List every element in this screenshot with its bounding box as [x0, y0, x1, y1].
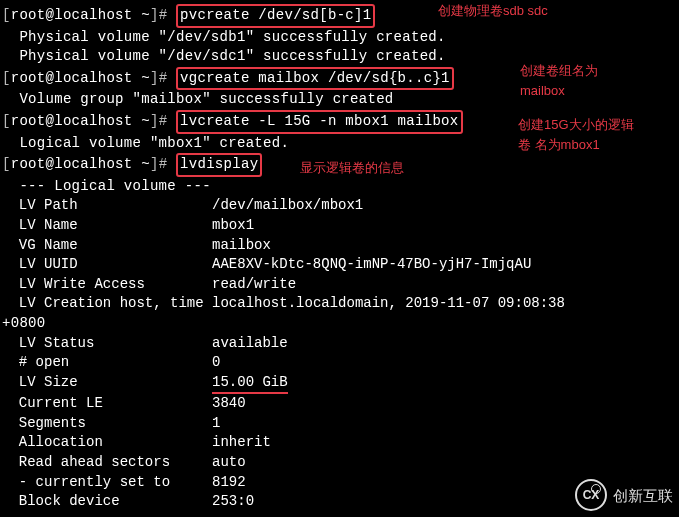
- allocation: Allocation inherit: [2, 433, 677, 453]
- vg-name: VG Name mailbox: [2, 236, 677, 256]
- prompt-bracket-close: ]#: [150, 7, 167, 23]
- annotation-lvdisplay: 显示逻辑卷的信息: [300, 159, 404, 177]
- annotation-lvcreate-l2: 卷 名为mbox1: [518, 136, 600, 154]
- watermark-text: 创新互联: [613, 485, 673, 506]
- annotation-vgcreate-l2: mailbox: [520, 82, 565, 100]
- lv-size-value: 15.00 GiB: [212, 373, 288, 395]
- lv-name: LV Name mbox1: [2, 216, 677, 236]
- cmd-lvdisplay: lvdisplay: [176, 153, 262, 177]
- lv-tz: +0800: [2, 314, 677, 334]
- annotation-lvcreate-l1: 创建15G大小的逻辑: [518, 116, 634, 134]
- read-ahead: Read ahead sectors auto: [2, 453, 677, 473]
- lv-header: --- Logical volume ---: [2, 177, 677, 197]
- lv-path: LV Path /dev/mailbox/mbox1: [2, 196, 677, 216]
- lv-status: LV Status available: [2, 334, 677, 354]
- prompt-user-host: root@localhost ~: [11, 7, 150, 23]
- cmd-lvcreate: lvcreate -L 15G -n mbox1 mailbox: [176, 110, 462, 134]
- annotation-pvcreate: 创建物理卷sdb sdc: [438, 2, 548, 20]
- watermark-badge-icon: CX: [575, 479, 607, 511]
- lv-creation: LV Creation host, time localhost.localdo…: [2, 294, 677, 314]
- output-vg-created: Volume group "mailbox" successfully crea…: [2, 90, 677, 110]
- watermark: CX 创新互联: [575, 479, 673, 511]
- cmd-vgcreate: vgcreate mailbox /dev/sd{b..c}1: [176, 67, 454, 91]
- terminal-line-cmd-pvcreate: [root@localhost ~]# pvcreate /dev/sd[b-c…: [2, 4, 677, 28]
- annotation-vgcreate-l1: 创建卷组名为: [520, 62, 598, 80]
- lv-open: # open 0: [2, 353, 677, 373]
- lv-write-access: LV Write Access read/write: [2, 275, 677, 295]
- output-pv-sdb1: Physical volume "/dev/sdb1" successfully…: [2, 28, 677, 48]
- prompt-bracket-open: [: [2, 7, 11, 23]
- cmd-pvcreate: pvcreate /dev/sd[b-c]1: [176, 4, 375, 28]
- segments: Segments 1: [2, 414, 677, 434]
- lv-uuid: LV UUID AAE8XV-kDtc-8QNQ-imNP-47BO-yjH7-…: [2, 255, 677, 275]
- current-le: Current LE 3840: [2, 394, 677, 414]
- lv-size: LV Size 15.00 GiB: [2, 373, 677, 395]
- gear-icon: [591, 484, 601, 494]
- lv-table: LV Path /dev/mailbox/mbox1 LV Name mbox1…: [2, 196, 677, 314]
